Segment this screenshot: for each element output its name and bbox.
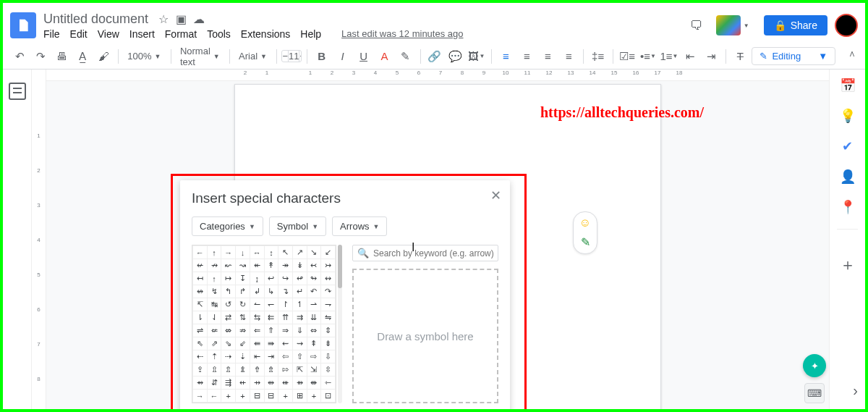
char-cell[interactable]: ⇩	[321, 350, 336, 363]
char-cell[interactable]: ⇒	[278, 324, 293, 337]
char-cell[interactable]: ⇅	[236, 311, 250, 324]
char-cell[interactable]: ⇦	[278, 350, 293, 363]
char-cell[interactable]: ↕	[264, 246, 278, 259]
char-cell[interactable]: ⇏	[236, 324, 250, 337]
char-cell[interactable]: →	[193, 390, 208, 403]
char-cell[interactable]: ↛	[207, 259, 221, 272]
char-cell[interactable]: ↲	[250, 285, 264, 298]
underline-icon[interactable]: U	[354, 47, 373, 66]
keep-icon[interactable]: 💡	[839, 107, 856, 125]
char-cell[interactable]: ↷	[321, 285, 336, 298]
draw-area[interactable]: Draw a symbol here	[352, 269, 498, 403]
char-cell[interactable]: ⇻	[292, 377, 307, 390]
char-cell[interactable]: ⇝	[292, 337, 307, 350]
highlight-icon[interactable]: ✎	[396, 47, 415, 66]
star-icon[interactable]: ☆	[158, 13, 169, 25]
char-cell[interactable]: ⇑	[264, 324, 278, 337]
char-cell[interactable]: ⇸	[250, 377, 264, 390]
char-cell[interactable]: ↜	[221, 259, 236, 272]
checklist-icon[interactable]: ☑≡	[618, 47, 637, 66]
char-cell[interactable]: ↬	[307, 272, 321, 285]
char-cell[interactable]: ⇵	[207, 377, 221, 390]
collapse-toolbar-icon[interactable]: ＾	[846, 49, 858, 64]
char-cell[interactable]: ↞	[250, 259, 264, 272]
char-cell[interactable]: ⇕	[321, 324, 336, 337]
char-cell[interactable]: ↘	[307, 246, 321, 259]
zoom-select[interactable]: 100%▼	[123, 47, 165, 66]
menu-tools[interactable]: Tools	[207, 28, 231, 40]
cloud-icon[interactable]: ☁	[193, 13, 205, 25]
char-cell[interactable]: ⇫	[207, 363, 221, 377]
char-cell[interactable]: ↽	[264, 298, 278, 311]
mode-select[interactable]: ✎ Editing ▼	[752, 47, 835, 65]
char-cell[interactable]: ⇶	[221, 377, 236, 390]
grid-scrollbar[interactable]	[338, 245, 342, 403]
char-cell[interactable]: ⇈	[278, 311, 293, 324]
char-cell[interactable]: ⇷	[236, 377, 250, 390]
char-cell[interactable]: ↔	[250, 246, 264, 259]
move-icon[interactable]: ▣	[176, 13, 187, 25]
char-cell[interactable]: ⇞	[307, 337, 321, 350]
line-spacing-icon[interactable]: ‡≡	[589, 47, 608, 66]
menu-help[interactable]: Help	[300, 28, 321, 40]
share-button[interactable]: 🔒 Share	[764, 15, 827, 35]
char-cell[interactable]: ⇧	[292, 350, 307, 363]
char-cell[interactable]: ⇚	[250, 337, 264, 350]
char-cell[interactable]: ↖	[278, 246, 293, 259]
char-cell[interactable]: ↩	[264, 272, 278, 285]
char-cell[interactable]: ⇃	[207, 311, 221, 324]
char-cell[interactable]: ↦	[221, 272, 236, 285]
char-cell[interactable]: ⇲	[307, 363, 321, 377]
spellcheck-icon[interactable]: A̲	[73, 47, 92, 66]
explore-button[interactable]: ✦	[803, 354, 826, 377]
char-cell[interactable]: ↱	[236, 285, 250, 298]
meet-icon[interactable]	[716, 15, 741, 35]
char-cell[interactable]: ⇀	[307, 298, 321, 311]
search-input[interactable]	[373, 248, 493, 258]
text-color-icon[interactable]: A	[375, 47, 394, 66]
char-cell[interactable]: ↢	[307, 259, 321, 272]
bulleted-list-icon[interactable]: •≡▼	[639, 47, 658, 66]
char-cell[interactable]: ⇨	[307, 350, 321, 363]
char-cell[interactable]: ⇤	[250, 350, 264, 363]
char-cell[interactable]: ⊟	[250, 390, 264, 403]
char-cell[interactable]: ⇬	[221, 363, 236, 377]
char-cell[interactable]: ↧	[236, 272, 250, 285]
font-increase[interactable]: +	[299, 51, 302, 62]
calendar-icon[interactable]: 📅	[839, 77, 856, 94]
arrows-dropdown[interactable]: Arrows▼	[332, 216, 387, 236]
categories-dropdown[interactable]: Categories▼	[192, 216, 263, 236]
menu-format[interactable]: Format	[165, 28, 197, 40]
outline-icon[interactable]	[9, 83, 26, 100]
font-decrease[interactable]: −	[282, 51, 288, 62]
align-left-icon[interactable]: ≡	[496, 47, 515, 66]
font-select[interactable]: Arial▼	[234, 47, 271, 66]
align-right-icon[interactable]: ≡	[538, 47, 557, 66]
char-cell[interactable]: ↻	[236, 298, 250, 311]
emoji-icon[interactable]: ☺	[579, 216, 591, 230]
print-icon[interactable]: 🖶	[52, 47, 71, 66]
tasks-icon[interactable]: ✔	[839, 138, 856, 155]
get-addons-icon[interactable]: ＋	[839, 256, 856, 274]
char-cell[interactable]: ⇼	[307, 377, 321, 390]
char-cell[interactable]: ↯	[207, 285, 221, 298]
keyboard-icon[interactable]: ⌨	[804, 383, 825, 403]
char-cell[interactable]: ⇮	[250, 363, 264, 377]
char-cell[interactable]: ⇽	[321, 377, 336, 390]
char-cell[interactable]: ⇇	[264, 311, 278, 324]
char-cell[interactable]: ⇙	[236, 337, 250, 350]
char-cell[interactable]: ⇹	[264, 377, 278, 390]
char-cell[interactable]: ⇭	[236, 363, 250, 377]
char-cell[interactable]: ↗	[292, 246, 307, 259]
outdent-icon[interactable]: ⇤	[681, 47, 699, 66]
char-cell[interactable]: ↡	[292, 259, 307, 272]
style-select[interactable]: Normal text▼	[176, 47, 224, 66]
char-cell[interactable]: ←	[193, 246, 208, 259]
menu-view[interactable]: View	[98, 28, 119, 40]
char-cell[interactable]: ↮	[193, 285, 208, 298]
char-cell[interactable]: ↹	[207, 298, 221, 311]
maps-icon[interactable]: 📍	[839, 198, 856, 216]
char-cell[interactable]: ↵	[292, 285, 307, 298]
close-icon[interactable]: ✕	[490, 188, 501, 203]
char-cell[interactable]: ↶	[307, 285, 321, 298]
